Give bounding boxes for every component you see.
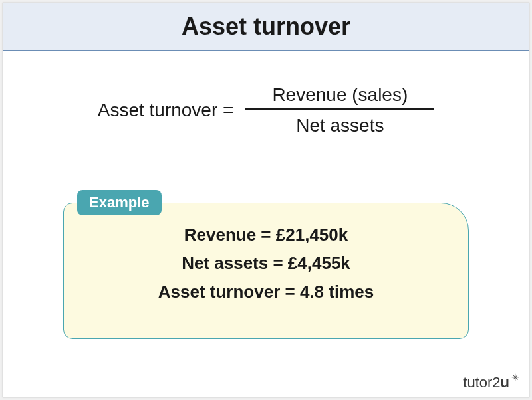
brand-logo: tutor2u ✳: [463, 374, 519, 391]
example-revenue: Revenue = £21,450k: [184, 225, 348, 245]
formula-area: Asset turnover = Revenue (sales) Net ass…: [3, 84, 529, 136]
example-content: Revenue = £21,450k Net assets = £4,455k …: [64, 225, 468, 302]
example-result: Asset turnover = 4.8 times: [158, 282, 374, 302]
title-bar: Asset turnover: [3, 3, 529, 51]
slide-title: Asset turnover: [182, 13, 350, 41]
slide-container: Asset turnover Asset turnover = Revenue …: [3, 3, 529, 397]
example-net-assets: Net assets = £4,455k: [182, 253, 350, 274]
formula-fraction: Revenue (sales) Net assets: [245, 84, 434, 136]
example-tab: Example: [77, 190, 162, 215]
brand-name-part2: u: [501, 374, 509, 391]
formula-denominator: Net assets: [296, 110, 384, 136]
brand-accent-icon: ✳: [511, 372, 519, 383]
formula-numerator: Revenue (sales): [245, 84, 434, 110]
brand-name-part1: tutor2: [463, 374, 500, 391]
example-box: Example Revenue = £21,450k Net assets = …: [63, 203, 469, 339]
formula-lhs: Asset turnover =: [98, 100, 234, 121]
